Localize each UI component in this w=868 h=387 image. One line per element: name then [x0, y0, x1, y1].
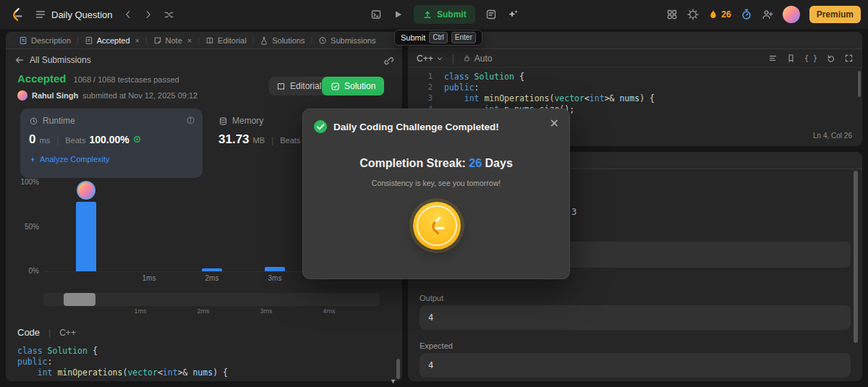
chevron-left-icon[interactable]: [123, 9, 133, 20]
language-label: C++: [417, 54, 433, 64]
testcase-scrollbar[interactable]: [854, 171, 858, 343]
toolbar-divider: |: [452, 54, 454, 64]
submission-doc-icon: [85, 36, 93, 45]
output-label: Output: [420, 294, 443, 302]
close-tab-icon[interactable]: ×: [187, 36, 192, 45]
modal-subtitle: Consistency is key, see you tomorrow!: [303, 179, 569, 187]
debug-icon[interactable]: [370, 9, 382, 20]
auto-mode-toggle[interactable]: Auto: [463, 54, 493, 64]
expand-icon[interactable]: [844, 54, 854, 63]
runtime-card[interactable]: Runtime 0 ms | Beats 100.00% Analyze Com…: [20, 109, 203, 178]
completion-streak-line: Completion Streak: 26 Days: [303, 157, 569, 170]
left-tabstrip: Description | Accepted × | Note × | Edit…: [6, 32, 402, 49]
chart-user-marker-avatar[interactable]: [77, 181, 95, 200]
author-name: Rahul Singh: [32, 91, 78, 100]
history-clock-icon: [318, 36, 327, 45]
app-root: Daily Question: [0, 0, 868, 387]
analyze-complexity-link[interactable]: Analyze Complexity: [29, 155, 110, 163]
daily-question-title[interactable]: Daily Question: [51, 9, 113, 20]
tab-accepted[interactable]: Accepted ×: [79, 32, 145, 49]
layout-grid-icon[interactable]: [666, 9, 678, 20]
submit-shortcut-tooltip: Submit Ctrl Enter: [394, 30, 482, 46]
editor-line[interactable]: 3 int minOperations(vector<int>& nums) {: [414, 93, 856, 103]
streak-counter[interactable]: 26: [708, 9, 731, 20]
runtime-label: Runtime: [43, 116, 75, 126]
editor-line[interactable]: 1class Solution {: [414, 71, 856, 82]
tab-description[interactable]: Description: [13, 32, 77, 49]
tab-label: Note: [166, 36, 182, 45]
notes-icon[interactable]: [485, 9, 497, 20]
tab-submissions[interactable]: Submissions: [312, 32, 381, 49]
key-enter: Enter: [451, 32, 476, 43]
editor-scrollbar[interactable]: [858, 71, 861, 97]
chart-x-tick: 1ms: [137, 274, 161, 282]
run-icon[interactable]: [392, 9, 404, 20]
tab-editorial[interactable]: Editorial: [200, 32, 252, 49]
testcase-partial-value: 3: [571, 207, 576, 217]
submit-button[interactable]: Submit: [414, 5, 475, 24]
beats-badge-icon: [133, 135, 141, 143]
close-tab-icon[interactable]: ×: [135, 36, 140, 45]
editorial-button[interactable]: Editorial: [269, 77, 328, 95]
format-code-icon[interactable]: [768, 54, 778, 63]
editor-code-text: class Solution {: [444, 72, 524, 82]
user-avatar[interactable]: [783, 6, 800, 23]
all-submissions-link[interactable]: All Submissions: [14, 55, 91, 65]
code-preview-line: public:: [17, 357, 391, 367]
scroll-down-indicator[interactable]: ▼: [390, 378, 396, 385]
back-link-label: All Submissions: [30, 55, 91, 65]
chart-bar[interactable]: [76, 202, 96, 271]
editor-code-text: int minOperations(vector<int>& nums) {: [444, 93, 655, 103]
invite-user-icon[interactable]: [762, 9, 773, 20]
chart-x-tick: 3ms: [263, 274, 286, 282]
editor-line[interactable]: 2public:: [414, 82, 856, 93]
info-icon[interactable]: [186, 116, 195, 125]
copy-link-icon[interactable]: [383, 55, 393, 66]
slider-tick-label: 3ms: [255, 307, 278, 315]
chart-range-handle[interactable]: [64, 293, 95, 306]
output-value: 4: [428, 312, 433, 323]
bolt-icon: [29, 156, 37, 163]
auto-label: Auto: [475, 54, 493, 64]
language-selector[interactable]: C++: [417, 54, 443, 64]
undo-icon[interactable]: [826, 54, 835, 63]
modal-close-icon[interactable]: ✕: [550, 118, 559, 129]
tab-note[interactable]: Note ×: [148, 32, 198, 49]
expected-label: Expected: [420, 341, 453, 350]
submit-label: Submit: [437, 9, 467, 20]
left-panel-scrollbar[interactable]: [396, 359, 400, 379]
navbar: Daily Question: [0, 0, 868, 29]
chart-range-track[interactable]: [43, 293, 380, 306]
problem-list-icon[interactable]: [35, 9, 46, 20]
shuffle-icon[interactable]: [163, 9, 174, 20]
editor-toolbar: C++ | Auto { }: [408, 49, 862, 68]
leetcode-coin: [413, 202, 461, 250]
braces-icon[interactable]: { }: [804, 54, 817, 62]
streak-flame-icon: [708, 9, 718, 20]
leetcode-logo[interactable]: [9, 7, 25, 22]
value-divider: |: [56, 135, 59, 145]
tab-label: Submissions: [331, 36, 375, 45]
modal-title: Daily Coding Challenge Completed!: [333, 122, 499, 132]
session-timer-icon[interactable]: [741, 9, 752, 20]
memory-label: Memory: [232, 116, 263, 126]
streak-unit: Days: [485, 157, 513, 169]
settings-gear-icon[interactable]: [687, 9, 699, 20]
ai-sparkles-icon[interactable]: [507, 9, 519, 20]
database-icon: [218, 116, 228, 126]
output-value-box: 4: [420, 305, 851, 330]
streak-label: Completion Streak:: [359, 157, 466, 169]
runtime-unit: ms: [39, 136, 50, 145]
tooltip-label: Submit: [401, 33, 425, 42]
cursor-position: Ln 4, Col 26: [813, 132, 852, 140]
testcases-passed: 1068 / 1068 testcases passed: [74, 75, 179, 84]
tab-label: Description: [31, 36, 71, 45]
tab-solutions[interactable]: Solutions: [254, 32, 310, 49]
cloud-upload-icon: [422, 9, 433, 20]
memory-unit: MB: [253, 136, 265, 145]
bookmark-icon[interactable]: [786, 54, 796, 63]
premium-button[interactable]: Premium: [809, 6, 861, 23]
chevron-down-icon: [436, 55, 443, 62]
solution-button[interactable]: Solution: [322, 77, 384, 95]
chevron-right-icon[interactable]: [143, 9, 153, 20]
